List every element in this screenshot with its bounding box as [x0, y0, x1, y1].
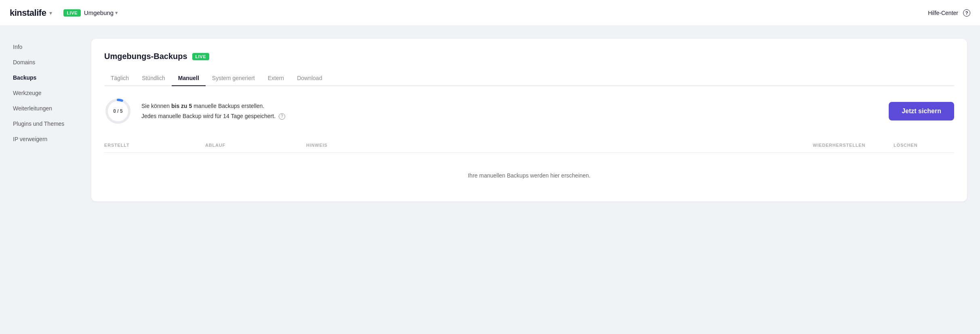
sidebar-item-domains[interactable]: Domains	[3, 55, 82, 70]
logo-chevron-icon[interactable]: ▾	[49, 10, 52, 16]
sidebar-item-backups[interactable]: Backups	[3, 70, 82, 85]
empty-state-message: Ihre manuellen Backups werden hier ersch…	[104, 153, 954, 188]
info-section: 0 / 5 Sie können bis zu 5 manuelle Backu…	[104, 97, 954, 125]
env-chevron-icon[interactable]: ▾	[115, 10, 118, 16]
environment-label: Umgebung	[84, 9, 114, 16]
col-erstellt: ERSTELLT	[104, 143, 205, 148]
info-line2: Jedes manuelle Backup wird für 14 Tage g…	[141, 111, 285, 121]
info-text-block: Sie können bis zu 5 manuelle Backups ers…	[141, 101, 285, 121]
tab-taeglich[interactable]: Täglich	[104, 71, 135, 86]
progress-label: 0 / 5	[113, 108, 122, 114]
header-right: Hilfe-Center ?	[928, 9, 970, 17]
backups-card: Umgebungs-Backups LIVE Täglich Stündlich…	[91, 39, 967, 201]
sidebar-item-plugins-und-themes[interactable]: Plugins und Themes	[3, 116, 82, 131]
page-title: Umgebungs-Backups	[104, 52, 187, 61]
col-loeschen: LÖSCHEN	[894, 143, 954, 148]
sidebar-item-weiterleitungen[interactable]: Weiterleitungen	[3, 101, 82, 116]
sidebar-item-ip-verweigern[interactable]: IP verweigern	[3, 132, 82, 146]
tab-extern[interactable]: Extern	[261, 71, 290, 86]
main-content: Umgebungs-Backups LIVE Täglich Stündlich…	[85, 26, 980, 334]
sidebar: Info Domains Backups Werkzeuge Weiterlei…	[0, 26, 85, 334]
col-ablauf: ABLAUF	[205, 143, 306, 148]
hilfe-center-icon[interactable]: ?	[963, 9, 970, 17]
progress-circle: 0 / 5	[104, 97, 132, 125]
tab-manuell[interactable]: Manuell	[172, 71, 206, 86]
sidebar-item-info[interactable]: Info	[3, 40, 82, 54]
page-title-row: Umgebungs-Backups LIVE	[104, 52, 954, 61]
info-line1: Sie können bis zu 5 manuelle Backups ers…	[141, 101, 285, 111]
header: kinstalife ▾ LIVE Umgebung ▾ Hilfe-Cente…	[0, 0, 980, 26]
jetzt-sichern-button[interactable]: Jetzt sichern	[889, 102, 954, 120]
tab-system-generiert[interactable]: System generiert	[206, 71, 261, 86]
tab-stuendlich[interactable]: Stündlich	[135, 71, 172, 86]
tab-download[interactable]: Download	[290, 71, 328, 86]
tabs-bar: Täglich Stündlich Manuell System generie…	[104, 71, 954, 86]
table-header: ERSTELLT ABLAUF HINWEIS WIEDERHERSTELLEN…	[104, 140, 954, 153]
layout: Info Domains Backups Werkzeuge Weiterlei…	[0, 26, 980, 334]
sidebar-item-werkzeuge[interactable]: Werkzeuge	[3, 86, 82, 100]
hilfe-center-link[interactable]: Hilfe-Center	[928, 10, 958, 16]
col-hinweis: HINWEIS	[306, 143, 813, 148]
header-live-badge: LIVE	[63, 9, 80, 17]
page-live-badge: LIVE	[192, 53, 209, 60]
col-wiederherstellen: WIEDERHERSTELLEN	[813, 143, 894, 148]
info-tooltip-icon[interactable]: ?	[279, 113, 285, 120]
logo: kinstalife	[10, 8, 46, 18]
